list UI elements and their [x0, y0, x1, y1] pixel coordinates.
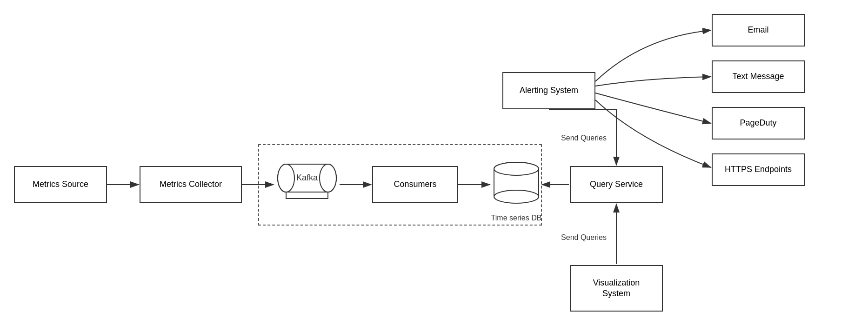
arrow-alerting-to-pagerduty	[595, 93, 711, 123]
consumers-label: Consumers	[394, 179, 436, 190]
kafka-cylinder: Kafka	[274, 162, 340, 204]
svg-point-17	[494, 190, 539, 203]
consumers-box: Consumers	[372, 166, 458, 203]
send-queries-bottom-label: Send Queries	[549, 233, 619, 242]
svg-point-11	[320, 164, 336, 192]
metrics-source-box: Metrics Source	[14, 166, 107, 203]
time-series-db-label: Time series DB	[484, 214, 549, 222]
email-label: Email	[748, 25, 768, 35]
pagerduty-box: PageDuty	[712, 107, 805, 139]
svg-point-18	[494, 162, 539, 175]
diagram-container: Metrics Source Metrics Collector Kafka	[0, 0, 868, 332]
metrics-collector-label: Metrics Collector	[160, 179, 222, 190]
query-service-box: Query Service	[570, 166, 663, 203]
email-box: Email	[712, 14, 805, 46]
time-series-db-cylinder	[491, 160, 542, 212]
pagerduty-label: PageDuty	[740, 118, 776, 128]
arrow-alerting-to-text	[595, 77, 711, 86]
svg-point-10	[278, 164, 294, 192]
visualization-system-box: Visualization System	[570, 265, 663, 312]
svg-text:Kafka: Kafka	[296, 173, 318, 182]
alerting-system-label: Alerting System	[520, 85, 578, 96]
https-endpoints-label: HTTPS Endpoints	[725, 164, 792, 175]
send-queries-top-label: Send Queries	[549, 134, 619, 142]
text-message-label: Text Message	[732, 71, 784, 82]
query-service-label: Query Service	[590, 179, 643, 190]
visualization-system-label: Visualization System	[593, 278, 640, 299]
alerting-system-box: Alerting System	[502, 72, 595, 109]
text-message-box: Text Message	[712, 60, 805, 93]
metrics-source-label: Metrics Source	[33, 179, 88, 190]
metrics-collector-box: Metrics Collector	[140, 166, 242, 203]
arrow-alerting-to-email	[595, 30, 711, 81]
https-endpoints-box: HTTPS Endpoints	[712, 153, 805, 186]
